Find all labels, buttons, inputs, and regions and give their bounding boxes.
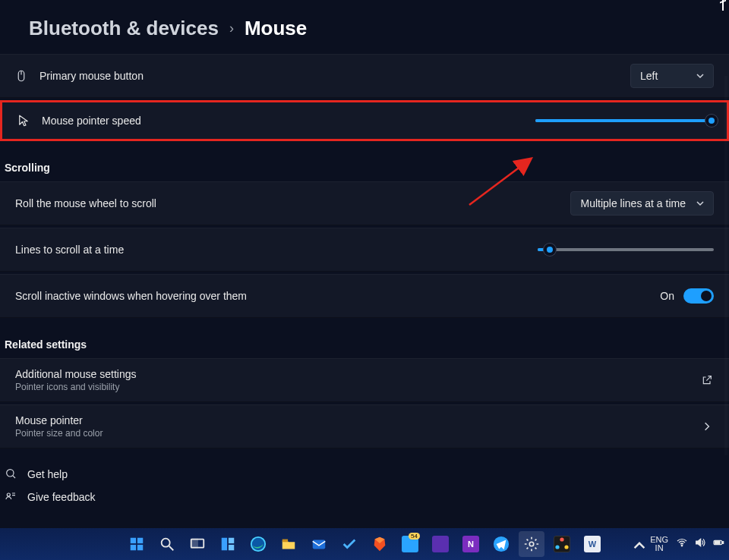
scroll-inactive-toggle[interactable] — [683, 288, 714, 304]
chevron-down-icon — [696, 72, 704, 80]
breadcrumb-parent[interactable]: Bluetooth & devices — [29, 17, 219, 40]
cursor-fragment — [720, 0, 726, 11]
dropdown-value: Left — [640, 70, 658, 82]
svg-rect-16 — [229, 545, 234, 550]
setting-label: Mouse pointer speed — [42, 115, 141, 127]
svg-rect-6 — [131, 538, 136, 543]
svg-rect-8 — [131, 545, 136, 550]
svg-rect-13 — [191, 540, 197, 548]
setting-mouse-pointer-speed: Mouse pointer speed — [0, 100, 729, 141]
svg-point-26 — [681, 545, 683, 546]
svg-rect-15 — [229, 538, 234, 543]
breadcrumb: Bluetooth & devices › Mouse — [0, 0, 729, 54]
pointer-speed-slider[interactable] — [535, 119, 712, 122]
svg-rect-20 — [313, 540, 326, 549]
chevron-down-icon — [696, 200, 704, 207]
taskbar-app-icon[interactable] — [549, 531, 575, 557]
taskbar-mail-icon[interactable] — [306, 531, 332, 557]
section-related: Related settings — [0, 320, 729, 358]
svg-point-24 — [555, 545, 559, 549]
dropdown-value: Multiple lines at a time — [580, 197, 686, 209]
volume-icon[interactable] — [694, 536, 706, 552]
tray-expand-icon[interactable] — [633, 540, 642, 549]
give-feedback-link[interactable]: Give feedback — [0, 484, 729, 507]
language-indicator[interactable]: ENG IN — [650, 536, 668, 552]
wifi-icon[interactable] — [676, 536, 688, 552]
taskbar-app-icon[interactable] — [428, 531, 453, 557]
taskbar-onenote-icon[interactable]: N — [458, 531, 484, 557]
taskbar-systray: ENG IN — [633, 528, 724, 560]
setting-roll-wheel: Roll the mouse wheel to scroll Multiple … — [0, 181, 729, 225]
setting-label: Primary mouse button — [39, 70, 144, 82]
battery-icon[interactable] — [712, 536, 724, 552]
svg-rect-9 — [137, 545, 143, 550]
taskbar-center: 54 N W — [124, 531, 605, 557]
help-label: Get help — [27, 468, 68, 480]
setting-label: Roll the mouse wheel to scroll — [14, 197, 156, 209]
taskbar: 54 N W ENG IN — [0, 528, 729, 560]
breadcrumb-current: Mouse — [245, 17, 307, 40]
lines-scroll-slider[interactable] — [538, 248, 714, 251]
svg-rect-19 — [282, 540, 288, 543]
help-icon — [5, 467, 18, 481]
svg-rect-28 — [722, 542, 723, 544]
svg-point-25 — [564, 545, 568, 549]
get-help-link[interactable]: Get help — [0, 461, 729, 484]
cursor-icon — [16, 113, 31, 128]
scrollbar[interactable] — [724, 76, 727, 455]
taskbar-widgets-icon[interactable] — [215, 531, 241, 557]
taskbar-taskview-icon[interactable] — [185, 531, 210, 557]
svg-point-2 — [7, 470, 14, 477]
section-scrolling: Scrolling — [0, 143, 729, 181]
svg-point-22 — [529, 542, 534, 546]
link-title: Additional mouse settings — [15, 368, 137, 380]
taskbar-start-icon[interactable] — [124, 531, 150, 557]
chevron-right-icon: › — [229, 20, 234, 36]
link-title: Mouse pointer — [15, 414, 103, 426]
svg-point-10 — [162, 539, 170, 547]
settings-page: Bluetooth & devices › Mouse Primary mous… — [0, 0, 729, 507]
taskbar-search-icon[interactable] — [154, 531, 180, 557]
setting-label: Lines to scroll at a time — [14, 244, 124, 256]
svg-line-11 — [169, 546, 174, 551]
svg-point-23 — [560, 537, 563, 541]
svg-point-4 — [7, 493, 10, 496]
taskbar-edge-icon[interactable] — [245, 531, 271, 557]
link-subtitle: Pointer size and color — [15, 428, 103, 439]
setting-scroll-inactive: Scroll inactive windows when hovering ov… — [0, 274, 729, 318]
toggle-knob — [701, 291, 712, 301]
taskbar-telegram-icon[interactable] — [488, 531, 514, 557]
toggle-state-label: On — [660, 290, 674, 302]
setting-label: Scroll inactive windows when hovering ov… — [14, 290, 247, 302]
feedback-icon — [5, 490, 18, 504]
taskbar-app-icon[interactable]: 54 — [397, 531, 423, 557]
link-mouse-pointer[interactable]: Mouse pointer Pointer size and color — [0, 404, 729, 448]
taskbar-explorer-icon[interactable] — [276, 531, 301, 557]
primary-button-dropdown[interactable]: Left — [630, 64, 714, 88]
svg-line-3 — [13, 476, 15, 478]
taskbar-todo-icon[interactable] — [336, 531, 362, 557]
roll-wheel-dropdown[interactable]: Multiple lines at a time — [570, 191, 714, 216]
taskbar-brave-icon[interactable] — [367, 531, 393, 557]
mouse-icon — [14, 68, 29, 83]
svg-rect-14 — [222, 538, 227, 551]
link-subtitle: Pointer icons and visibility — [15, 382, 137, 392]
taskbar-settings-icon[interactable] — [519, 531, 544, 557]
link-additional-mouse-settings[interactable]: Additional mouse settings Pointer icons … — [0, 358, 729, 402]
open-external-icon — [700, 373, 714, 387]
taskbar-word-icon[interactable]: W — [579, 531, 605, 557]
chevron-right-icon — [700, 420, 714, 433]
svg-rect-29 — [715, 542, 720, 544]
setting-primary-mouse-button: Primary mouse button Left — [0, 54, 729, 98]
feedback-label: Give feedback — [27, 491, 96, 503]
setting-lines-to-scroll: Lines to scroll at a time — [0, 228, 729, 272]
svg-rect-7 — [137, 538, 143, 543]
